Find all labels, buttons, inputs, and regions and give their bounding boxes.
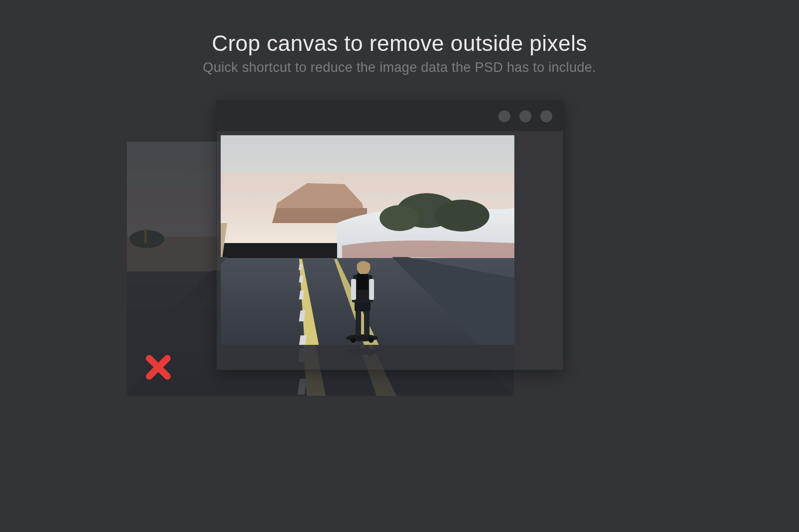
x-icon xyxy=(143,352,174,383)
svg-point-28 xyxy=(434,200,489,232)
svg-rect-43 xyxy=(356,308,361,335)
svg-rect-47 xyxy=(369,279,374,300)
window-titlebar xyxy=(217,101,563,131)
svg-rect-26 xyxy=(221,173,514,193)
svg-rect-44 xyxy=(364,308,370,335)
error-badge xyxy=(139,348,178,387)
illustration-stage xyxy=(0,0,799,532)
svg-rect-48 xyxy=(357,273,368,290)
app-window xyxy=(216,101,564,370)
window-dot-icon xyxy=(540,110,552,122)
svg-rect-46 xyxy=(351,279,356,300)
canvas-visible-area xyxy=(221,135,514,345)
window-dot-icon xyxy=(498,110,510,122)
svg-point-42 xyxy=(369,338,374,343)
svg-point-41 xyxy=(351,338,356,343)
window-dot-icon xyxy=(519,110,531,122)
photo-illustration xyxy=(221,135,514,345)
svg-point-29 xyxy=(380,205,419,231)
